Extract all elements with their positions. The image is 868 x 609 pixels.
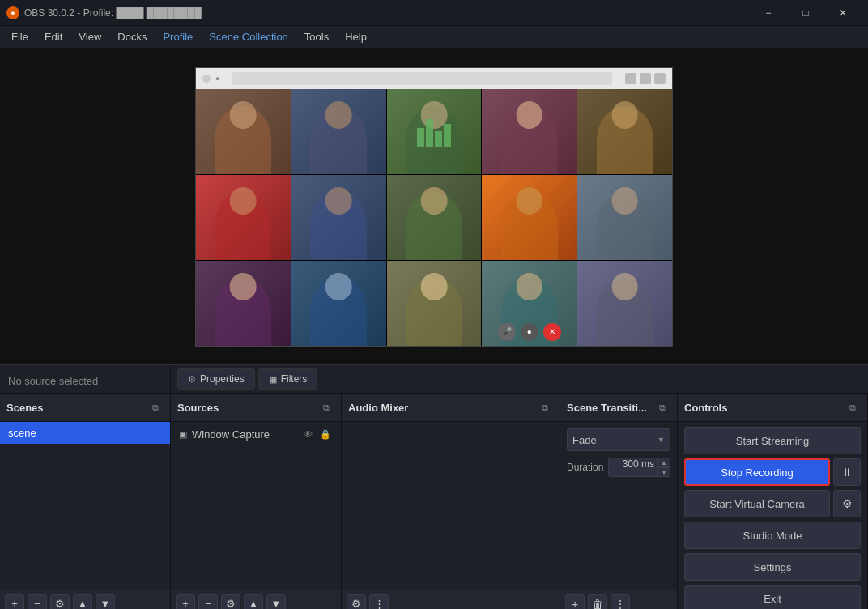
studio-mode-button[interactable]: Studio Mode <box>684 522 861 549</box>
stop-recording-button[interactable]: Stop Recording <box>684 458 830 486</box>
transitions-content: Fade ▼ Duration 300 ms ▲ ▼ <box>560 422 677 590</box>
pause-icon: ⏸ <box>841 466 853 479</box>
maximize-button[interactable]: □ <box>787 0 824 26</box>
scene-add-button[interactable]: + <box>5 594 24 610</box>
video-cell-7 <box>291 175 386 260</box>
menu-scene-collection[interactable]: Scene Collection <box>201 28 296 46</box>
filter-icon: ▦ <box>269 374 277 385</box>
source-remove-button[interactable]: − <box>198 594 218 610</box>
source-lock-button[interactable]: 🔒 <box>318 427 333 441</box>
tb-icon-2 <box>640 73 651 84</box>
exit-button[interactable]: Exit <box>684 585 861 609</box>
source-config-button[interactable]: ⚙ <box>221 594 240 610</box>
menu-edit[interactable]: Edit <box>36 28 70 46</box>
menu-file[interactable]: File <box>3 28 36 46</box>
person-10 <box>577 175 672 260</box>
scene-remove-button[interactable]: − <box>28 594 47 610</box>
video-grid: 🎤 ● ✕ <box>196 89 672 346</box>
scenes-float-button[interactable]: ⧉ <box>147 400 164 416</box>
minimize-button[interactable]: − <box>750 0 787 26</box>
scenes-title: Scenes <box>6 402 44 414</box>
call-btn-end: ✕ <box>543 323 561 341</box>
chevron-down-icon: ▼ <box>657 436 665 444</box>
call-btn-mute: 🎤 <box>498 323 516 341</box>
menu-view[interactable]: View <box>70 28 109 46</box>
duration-row: Duration 300 ms ▲ ▼ <box>567 458 670 477</box>
settings-button[interactable]: Settings <box>684 553 861 581</box>
person-1 <box>196 89 291 174</box>
scene-down-button[interactable]: ▼ <box>96 594 115 610</box>
controls-panel: Controls ⧉ Start Streaming Stop Recordin… <box>678 394 868 609</box>
stop-recording-row: Stop Recording ⏸ <box>684 458 861 486</box>
duration-control: 300 ms ▲ ▼ <box>608 458 670 477</box>
transition-more-button[interactable]: ⋮ <box>611 594 630 610</box>
video-cell-4 <box>482 89 577 174</box>
sources-float-button[interactable]: ⧉ <box>318 400 334 416</box>
person-4 <box>482 89 577 174</box>
controls-header: Controls ⧉ <box>678 394 867 422</box>
source-item[interactable]: ▣ Window Capture 👁 🔒 <box>171 422 341 446</box>
controls-float-button[interactable]: ⧉ <box>845 400 861 416</box>
audio-footer: ⚙ ⋮ <box>342 590 560 609</box>
person-9 <box>482 175 577 260</box>
preview-area: ● <box>0 49 868 364</box>
source-type-icon: ▣ <box>179 429 187 440</box>
menu-profile[interactable]: Profile <box>155 28 201 46</box>
spin-down[interactable]: ▼ <box>657 467 670 477</box>
transition-remove-button[interactable]: 🗑 <box>588 594 607 610</box>
audio-config-button[interactable]: ⚙ <box>347 594 366 610</box>
filters-button[interactable]: ▦ Filters <box>258 368 318 390</box>
video-cell-8 <box>387 175 482 260</box>
menu-help[interactable]: Help <box>337 28 375 46</box>
scenes-panel: Scenes ⧉ scene + − ⚙ ▲ ▼ <box>0 394 171 609</box>
transition-add-button[interactable]: + <box>565 594 585 610</box>
title-text: OBS 30.0.2 - Profile: ████ ████████ <box>24 7 750 19</box>
tb-icon-3 <box>654 73 666 84</box>
fade-select-row[interactable]: Fade ▼ <box>567 428 670 451</box>
person-13 <box>387 261 482 346</box>
video-cell-15 <box>577 261 672 346</box>
source-add-button[interactable]: + <box>176 594 195 610</box>
source-up-button[interactable]: ▲ <box>244 594 263 610</box>
spin-up[interactable]: ▲ <box>657 458 670 467</box>
pause-recording-button[interactable]: ⏸ <box>833 458 861 486</box>
source-visible-button[interactable]: 👁 <box>300 427 315 441</box>
scene-up-button[interactable]: ▲ <box>73 594 92 610</box>
video-cell-9 <box>482 175 577 260</box>
close-button[interactable]: ✕ <box>824 0 862 26</box>
person-5 <box>577 89 672 174</box>
source-label: Window Capture <box>192 428 270 441</box>
menu-docks[interactable]: Docks <box>109 28 155 46</box>
video-cell-3 <box>387 89 482 174</box>
start-virtual-camera-button[interactable]: Start Virtual Camera <box>684 490 830 517</box>
scene-config-button[interactable]: ⚙ <box>50 594 70 610</box>
transitions-footer: + 🗑 ⋮ <box>560 590 677 609</box>
video-cell-2 <box>291 89 386 174</box>
transitions-title: Scene Transiti... <box>567 402 647 414</box>
virtual-camera-settings-button[interactable]: ⚙ <box>833 490 861 517</box>
scene-item[interactable]: scene <box>0 422 170 444</box>
gear-icon: ⚙ <box>842 497 853 510</box>
person-12 <box>291 261 386 346</box>
menu-tools[interactable]: Tools <box>296 28 337 46</box>
title-bar: ● OBS 30.0.2 - Profile: ████ ████████ − … <box>0 0 868 26</box>
source-down-button[interactable]: ▼ <box>266 594 286 610</box>
transitions-inner: Fade ▼ Duration 300 ms ▲ ▼ <box>560 422 677 487</box>
video-cell-14: 🎤 ● ✕ <box>482 261 577 346</box>
video-cell-6 <box>196 175 291 260</box>
call-controls: 🎤 ● ✕ <box>498 323 561 341</box>
properties-button[interactable]: ⚙ Properties <box>177 368 255 390</box>
preview-window: ● <box>195 67 673 347</box>
duration-input[interactable]: 300 ms <box>608 458 657 477</box>
transitions-float-button[interactable]: ⧉ <box>654 400 670 416</box>
no-source-panel: No source selected <box>0 365 171 393</box>
call-btn-video: ● <box>521 323 538 341</box>
transitions-header: Scene Transiti... ⧉ <box>560 394 677 422</box>
start-streaming-button[interactable]: Start Streaming <box>684 427 861 454</box>
video-cell-10 <box>577 175 672 260</box>
audio-more-button[interactable]: ⋮ <box>369 594 389 610</box>
video-cell-1 <box>196 89 291 174</box>
audio-float-button[interactable]: ⧉ <box>537 400 553 416</box>
spin-arrows: ▲ ▼ <box>657 458 670 477</box>
gear-icon-small: ⚙ <box>188 374 196 385</box>
